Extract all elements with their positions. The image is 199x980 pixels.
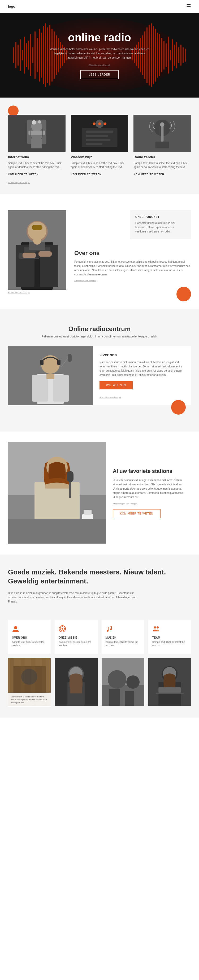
podcast-left-col: Afbeelding van Freepik: [8, 210, 66, 293]
svg-rect-96: [40, 360, 43, 365]
cards-attribution: Afbeelding van Freepik: [8, 181, 191, 184]
card1-text: Sample text. Click to select the text bo…: [8, 161, 65, 169]
svg-point-89: [33, 237, 41, 245]
nav-logo[interactable]: logo: [8, 5, 15, 8]
hero-read-more-button[interactable]: LEES VERDER: [80, 70, 118, 79]
card3-text: Sample text. Click to select the text bo…: [134, 161, 191, 169]
svg-rect-1: [13, 47, 14, 63]
bottom-tile-3: [102, 658, 144, 707]
tile-over-ons[interactable]: OVER ONS Sample text. Click to select th…: [8, 620, 51, 654]
radio-attribution: Afbeelding van Freepik: [100, 396, 185, 398]
podcast-box-title: ONZE PODCAST: [135, 215, 186, 218]
svg-rect-7: [26, 43, 27, 67]
card2-title: Waarom wij?: [71, 155, 129, 159]
bigtext-text: Duis aulis irum dolor in augrendart in s…: [8, 591, 141, 604]
svg-rect-84: [22, 253, 36, 258]
svg-rect-8: [28, 41, 29, 70]
card2-link[interactable]: KOM MEER TE WETEN: [71, 173, 102, 175]
svg-rect-6: [24, 37, 25, 74]
svg-rect-40: [159, 34, 160, 76]
bottom-row: Sample text. Click to select the text bo…: [8, 658, 191, 707]
svg-rect-11: [35, 31, 35, 79]
podcast-person-svg: [8, 210, 66, 290]
svg-rect-44: [168, 37, 169, 74]
card1-title: Internetradio: [8, 155, 65, 159]
svg-rect-138: [125, 691, 134, 706]
hero-title: online radio: [49, 31, 150, 44]
wie-wij-zijn-button[interactable]: WIE WIJ ZIJN: [100, 381, 133, 390]
tile-team-title: TEAM: [152, 636, 187, 639]
card3-title: Radio zender: [134, 155, 191, 159]
svg-rect-72: [161, 125, 164, 142]
tile-onze-missie-text: Sample text. Click to select the text bo…: [59, 640, 93, 648]
tile-team[interactable]: TEAM Sample text. Click to select the te…: [148, 620, 191, 654]
tiles-section: OVER ONS Sample text. Click to select th…: [0, 617, 199, 718]
svg-rect-137: [109, 689, 119, 706]
svg-rect-43: [166, 43, 167, 67]
card3-img-svg: [134, 115, 191, 152]
tile-muziek[interactable]: MUZIEK Sample text. Click to select the …: [102, 620, 144, 654]
svg-rect-10: [32, 47, 33, 63]
card2-image: [71, 115, 129, 152]
card1-image: [8, 115, 65, 152]
bottom-tile4-img: [148, 658, 191, 706]
hamburger-icon[interactable]: ☰: [186, 3, 191, 10]
svg-rect-47: [174, 45, 175, 66]
stations-section: Al uw favoriete stations Id faucibus non…: [0, 431, 199, 555]
stations-img-svg: [8, 442, 106, 543]
svg-point-135: [108, 670, 126, 689]
card3-link[interactable]: KOM MEER TE WETEN: [134, 173, 164, 175]
svg-point-68: [98, 123, 101, 125]
radio-content: Over ons Nam scelerisque in dictum non c…: [8, 346, 191, 405]
stations-image: [8, 442, 106, 544]
svg-rect-41: [161, 38, 162, 72]
svg-point-92: [41, 355, 60, 374]
tile-onze-missie-title: ONZE MISSIE: [59, 636, 93, 639]
svg-rect-143: [156, 693, 184, 694]
card1-link[interactable]: KOM MEER TE WETEN: [8, 173, 39, 175]
tile-team-icon: [152, 625, 187, 634]
svg-rect-3: [18, 45, 19, 66]
bigtext-title: Goede muziek. Bekende meesters. Nieuw ta…: [8, 568, 167, 586]
svg-rect-108: [67, 471, 73, 482]
hero-attribution: Afbeelding van Freepik: [49, 64, 150, 66]
bottom-tile2-img: [55, 658, 97, 706]
svg-rect-51: [183, 47, 184, 63]
stations-attribution: Afbeeldingen van Freepik: [113, 503, 185, 505]
orange-dot-bottom-right: [177, 287, 191, 301]
stations-content: Al uw favoriete stations Id faucibus non…: [106, 442, 191, 544]
tile-onze-missie[interactable]: ONZE MISSIE Sample text. Click to select…: [55, 620, 97, 654]
svg-rect-144: [158, 687, 181, 693]
radio-section: Online radiocentrum Pellentesque ut amet…: [0, 309, 199, 431]
person-icon: [12, 625, 19, 633]
svg-rect-45: [170, 50, 171, 60]
stations-read-more-button[interactable]: KOM MEER TE WETEN: [113, 509, 161, 518]
svg-rect-64: [86, 135, 108, 137]
svg-rect-110: [84, 510, 92, 515]
svg-rect-5: [22, 50, 23, 60]
svg-rect-85: [38, 251, 52, 256]
music-icon: [106, 625, 113, 633]
svg-rect-14: [41, 33, 42, 78]
radio-info-title: Over ons: [100, 353, 185, 357]
card-internetradio: Internetradio Sample text. Click to sele…: [8, 115, 65, 176]
svg-point-117: [107, 630, 108, 632]
svg-rect-94: [32, 375, 48, 402]
over-ons-title: Over ons: [74, 250, 191, 256]
target-icon: [59, 625, 66, 633]
bigtext-section: Goede muziek. Bekende meesters. Nieuw ta…: [0, 555, 199, 617]
tile-over-ons-text: Sample text. Click to select the text bo…: [12, 640, 47, 648]
podcast-person-image: [8, 210, 66, 290]
tile-muziek-icon: [106, 625, 140, 634]
svg-rect-49: [178, 47, 179, 63]
radio-title: Online radiocentrum: [8, 325, 191, 332]
tiles-grid: OVER ONS Sample text. Click to select th…: [8, 620, 191, 654]
svg-point-120: [156, 626, 159, 628]
hero-text: Mensen kunnen beter onthouden wat ze up …: [49, 47, 150, 60]
navigation: logo ☰: [0, 0, 199, 13]
svg-rect-132: [70, 687, 82, 694]
hero-content: online radio Mensen kunnen beter onthoud…: [44, 26, 155, 84]
team-icon: [152, 625, 160, 633]
svg-point-116: [62, 628, 63, 630]
card1-img-svg: [8, 115, 65, 152]
